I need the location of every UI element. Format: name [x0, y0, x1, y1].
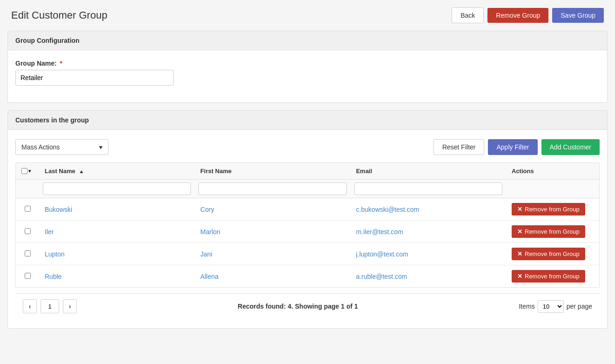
- email-header[interactable]: Email: [351, 163, 506, 180]
- x-icon: ✕: [517, 250, 522, 257]
- checkbox-dropdown-btn[interactable]: ▾: [27, 168, 32, 174]
- filter-last-name-col: [39, 180, 195, 198]
- page-number-input[interactable]: [41, 299, 59, 313]
- row-checkbox[interactable]: [25, 273, 31, 279]
- pagination-bar: ‹ › Records found: 4. Showing page 1 of …: [15, 293, 600, 319]
- filter-first-name-col: [195, 180, 350, 198]
- row-actions: ✕ Remove from Group: [506, 265, 599, 288]
- back-button[interactable]: Back: [452, 7, 484, 23]
- actions-header: Actions: [506, 163, 599, 180]
- row-email: a.ruble@test.com: [351, 265, 506, 288]
- last-name-header[interactable]: Last Name ▲: [39, 163, 195, 180]
- group-config-panel-header: Group Configuration: [8, 31, 607, 50]
- select-all-checkbox[interactable]: [21, 168, 27, 174]
- next-page-button[interactable]: ›: [63, 299, 77, 313]
- remove-group-button[interactable]: Remove Group: [487, 8, 548, 23]
- customer-last-name-link[interactable]: Lupton: [45, 250, 65, 258]
- group-config-panel: Group Configuration Group Name: *: [7, 31, 608, 103]
- mass-actions-dropdown[interactable]: Mass Actions ▾: [15, 139, 108, 155]
- row-checkbox-cell: [16, 265, 39, 288]
- per-page-controls: Items 10 20 50 100 per page: [519, 300, 592, 313]
- remove-from-group-button[interactable]: ✕ Remove from Group: [512, 203, 585, 216]
- x-icon: ✕: [517, 206, 522, 213]
- customer-email-link[interactable]: j.lupton@text.com: [356, 250, 408, 258]
- chevron-down-icon: ▾: [99, 143, 102, 151]
- header-actions: Back Remove Group Save Group: [452, 7, 604, 23]
- per-page-select[interactable]: 10 20 50 100: [538, 300, 564, 313]
- customers-panel-title: Customers in the group: [15, 116, 89, 124]
- row-first-name: Allena: [195, 265, 350, 288]
- row-checkbox[interactable]: [25, 228, 31, 234]
- row-first-name: Jani: [195, 243, 350, 265]
- filter-email-input[interactable]: [354, 182, 502, 195]
- row-last-name: Lupton: [39, 243, 195, 265]
- row-last-name: Bukowski: [39, 198, 195, 221]
- remove-from-group-button[interactable]: ✕ Remove from Group: [512, 270, 585, 283]
- customer-email-link[interactable]: c.bukowski@test.com: [356, 206, 419, 213]
- customers-tbody: Bukowski Cory c.bukowski@test.com ✕ Remo…: [16, 198, 599, 288]
- filter-first-name-input[interactable]: [198, 182, 346, 195]
- per-page-label: per page: [567, 303, 592, 310]
- customers-panel-header: Customers in the group: [8, 111, 607, 130]
- table-row: Lupton Jani j.lupton@text.com ✕ Remove f…: [16, 243, 599, 265]
- customer-first-name-link[interactable]: Marlon: [200, 228, 220, 236]
- customers-table-wrapper: ▾ Last Name ▲ First Name Email: [15, 162, 600, 288]
- actions-label: Actions: [512, 168, 534, 175]
- customer-email-link[interactable]: m.iler@test.com: [356, 228, 403, 236]
- group-name-input[interactable]: [15, 70, 174, 86]
- row-actions: ✕ Remove from Group: [506, 221, 599, 243]
- filter-last-name-input[interactable]: [43, 182, 191, 195]
- mass-actions-label: Mass Actions: [21, 143, 60, 151]
- page-header: Edit Customer Group Back Remove Group Sa…: [0, 0, 615, 31]
- customers-table: ▾ Last Name ▲ First Name Email: [16, 163, 599, 287]
- toolbar-right: Reset Filter Apply Filter Add Customer: [433, 139, 600, 155]
- pagination-controls: ‹ ›: [23, 299, 77, 313]
- group-config-body: Group Name: *: [8, 50, 607, 102]
- header-checkbox-wrapper: ▾: [21, 168, 34, 174]
- customer-first-name-link[interactable]: Allena: [200, 273, 218, 280]
- apply-filter-button[interactable]: Apply Filter: [488, 139, 537, 155]
- table-header-row: ▾ Last Name ▲ First Name Email: [16, 163, 599, 180]
- group-name-label: Group Name: *: [15, 60, 600, 67]
- row-last-name: Iler: [39, 221, 195, 243]
- customer-last-name-link[interactable]: Iler: [45, 228, 54, 236]
- x-icon: ✕: [517, 228, 522, 235]
- first-name-label: First Name: [200, 168, 231, 175]
- remove-from-group-label: Remove from Group: [525, 228, 580, 235]
- customers-panel-body: Mass Actions ▾ Reset Filter Apply Filter…: [8, 130, 607, 328]
- row-last-name: Ruble: [39, 265, 195, 288]
- customer-first-name-link[interactable]: Jani: [200, 250, 212, 258]
- row-checkbox-cell: [16, 198, 39, 221]
- first-name-header[interactable]: First Name: [195, 163, 350, 180]
- table-row: Bukowski Cory c.bukowski@test.com ✕ Remo…: [16, 198, 599, 221]
- row-first-name: Marlon: [195, 221, 350, 243]
- page-title: Edit Customer Group: [11, 9, 108, 21]
- customer-first-name-link[interactable]: Cory: [200, 206, 214, 213]
- customer-last-name-link[interactable]: Ruble: [45, 273, 62, 280]
- prev-page-button[interactable]: ‹: [23, 299, 37, 313]
- filter-actions-col: [506, 180, 599, 198]
- remove-from-group-label: Remove from Group: [525, 273, 580, 280]
- row-actions: ✕ Remove from Group: [506, 243, 599, 265]
- group-config-title: Group Configuration: [15, 37, 80, 44]
- filter-email-col: [351, 180, 506, 198]
- items-label: Items: [519, 303, 534, 310]
- remove-from-group-button[interactable]: ✕ Remove from Group: [512, 248, 585, 260]
- x-icon: ✕: [517, 273, 522, 280]
- table-row: Ruble Allena a.ruble@test.com ✕ Remove f…: [16, 265, 599, 288]
- reset-filter-button[interactable]: Reset Filter: [433, 139, 485, 155]
- add-customer-button[interactable]: Add Customer: [541, 139, 600, 155]
- row-checkbox-cell: [16, 221, 39, 243]
- customer-email-link[interactable]: a.ruble@test.com: [356, 273, 407, 280]
- save-group-button[interactable]: Save Group: [552, 8, 604, 23]
- row-checkbox[interactable]: [25, 250, 31, 256]
- remove-from-group-button[interactable]: ✕ Remove from Group: [512, 225, 585, 238]
- sort-asc-icon: ▲: [79, 169, 84, 174]
- row-checkbox[interactable]: [25, 206, 31, 212]
- records-info: Records found: 4. Showing page 1 of 1: [77, 303, 519, 310]
- checkbox-header: ▾: [16, 163, 39, 180]
- row-checkbox-cell: [16, 243, 39, 265]
- group-name-field: Group Name: *: [15, 60, 600, 86]
- customer-last-name-link[interactable]: Bukowski: [45, 206, 72, 213]
- row-email: c.bukowski@test.com: [351, 198, 506, 221]
